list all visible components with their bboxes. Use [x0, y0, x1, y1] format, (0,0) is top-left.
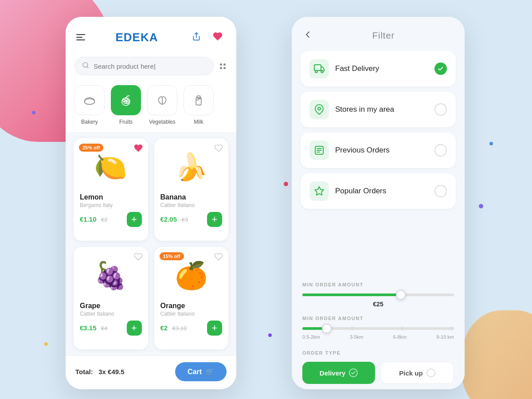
distance-section: MIN ORDER AMOUNT 0.5-2km 3-5km 6-8km 9-1… — [292, 311, 465, 344]
dot-decoration — [284, 182, 288, 186]
product-card-banana: 🍌 Banana Cattier Italiano €2.05 €3 + — [154, 138, 229, 241]
svg-rect-12 — [197, 96, 200, 98]
left-header: EDEKA — [66, 17, 236, 52]
vegetables-label: Vegetables — [149, 119, 175, 125]
favorite-btn-grape[interactable] — [134, 252, 143, 263]
min-order-slider-thumb[interactable] — [396, 290, 406, 300]
product-card-grape: 🍇 Grape Cattier Italiano €3.15 €4 + — [74, 247, 148, 349]
menu-button[interactable] — [76, 34, 85, 40]
price-current-orange: €2 — [160, 324, 168, 332]
add-to-cart-grape[interactable]: + — [127, 321, 142, 336]
distance-label-3: 9-10 km — [436, 334, 454, 340]
distance-tick-2 — [401, 327, 404, 330]
cart-button[interactable]: Cart 🛒 — [175, 362, 227, 381]
distance-label-1: 3-5km — [350, 334, 364, 340]
filter-title: Filter — [313, 31, 454, 41]
price-current-lemon: €1.10 — [80, 215, 97, 223]
wishlist-button[interactable] — [210, 29, 226, 45]
pickup-radio-icon — [426, 368, 435, 377]
filter-option-popular[interactable]: Popular Orders — [301, 173, 456, 209]
milk-label: Milk — [194, 119, 203, 125]
cart-icon: 🛒 — [205, 368, 214, 376]
dot-decoration — [479, 204, 483, 208]
pickup-button[interactable]: Pick up — [380, 362, 454, 384]
category-milk[interactable]: Milk — [184, 85, 214, 125]
favorite-btn-banana[interactable] — [214, 144, 223, 155]
price-section-grape: €3.15 €4 — [80, 324, 107, 332]
order-type-section: ORDER TYPE Delivery Pick up — [292, 344, 465, 389]
favorite-btn-lemon[interactable] — [134, 144, 143, 155]
header-icons — [188, 29, 226, 45]
share-button[interactable] — [188, 29, 204, 45]
search-container — [66, 52, 236, 82]
filter-options-list: Fast Delivery Stores in my area — [292, 51, 465, 275]
filter-option-fast-delivery[interactable]: Fast Delivery — [301, 51, 456, 86]
price-current-banana: €2.05 — [160, 215, 177, 223]
cart-label: Cart — [188, 368, 202, 376]
search-icon — [82, 62, 89, 70]
category-vegetables[interactable]: Vegetables — [147, 85, 177, 125]
svg-point-9 — [126, 102, 129, 104]
cart-bar: Total: 3x €49.5 Cart 🛒 — [66, 356, 236, 389]
svg-marker-21 — [315, 187, 324, 195]
product-name-banana: Banana — [160, 193, 223, 201]
svg-point-14 — [315, 70, 317, 73]
popular-orders-icon — [309, 181, 329, 201]
dot-decoration — [44, 342, 48, 346]
filter-option-previous[interactable]: Previous Orders — [301, 133, 456, 168]
svg-point-3 — [84, 99, 94, 105]
add-to-cart-lemon[interactable]: + — [127, 212, 142, 227]
category-fruits[interactable]: Fruits — [111, 85, 141, 125]
min-order-value: €25 — [302, 301, 454, 308]
back-button[interactable] — [302, 29, 313, 42]
previous-orders-checkbox[interactable] — [434, 144, 447, 156]
fruits-icon-box — [111, 85, 141, 115]
dot-decoration — [268, 333, 272, 337]
delivery-check-icon — [349, 368, 358, 377]
product-price-row-banana: €2.05 €3 + — [160, 212, 223, 227]
svg-point-16 — [318, 107, 321, 110]
product-origin-grape: Cattier Italiano — [80, 311, 142, 317]
price-section-banana: €2.05 €3 — [160, 215, 188, 223]
add-to-cart-banana[interactable]: + — [207, 212, 222, 227]
svg-line-2 — [87, 66, 88, 68]
previous-orders-icon — [309, 141, 329, 160]
categories-row: Bakery Fruits — [66, 82, 236, 132]
search-bar[interactable] — [74, 57, 214, 75]
stores-icon — [309, 100, 329, 119]
distance-label: MIN ORDER AMOUNT — [302, 316, 454, 321]
delivery-button[interactable]: Delivery — [302, 362, 375, 384]
favorite-btn-orange[interactable] — [214, 252, 223, 263]
popular-orders-checkbox[interactable] — [434, 185, 447, 197]
fast-delivery-label: Fast Delivery — [335, 64, 428, 73]
product-price-row-lemon: €1.10 €2 + — [80, 212, 142, 227]
min-order-slider-fill — [302, 293, 401, 296]
dot-decoration — [489, 142, 493, 145]
filter-option-stores[interactable]: Stores in my area — [301, 92, 456, 127]
filter-options-button[interactable] — [218, 62, 227, 71]
svg-rect-13 — [314, 65, 321, 70]
cart-amount: €49.5 — [108, 368, 125, 376]
stores-checkbox[interactable] — [434, 103, 447, 116]
distance-slider-thumb[interactable] — [322, 324, 332, 333]
fast-delivery-checkbox[interactable] — [434, 63, 447, 75]
price-old-orange: €3.10 — [172, 325, 187, 332]
min-order-slider-track[interactable] — [302, 293, 454, 296]
price-section-lemon: €1.10 €2 — [80, 215, 107, 223]
price-old-grape: €4 — [101, 325, 107, 332]
product-card-lemon: 25% off 🍋 Lemon Bergamo Italy €1.10 €2 + — [74, 138, 148, 241]
bakery-icon-box — [74, 85, 105, 115]
dot-decoration — [32, 111, 35, 114]
product-image-grape: 🍇 — [80, 253, 142, 297]
distance-slider-track[interactable] — [302, 327, 454, 330]
product-origin-lemon: Bergamo Italy — [80, 202, 142, 208]
share-icon — [192, 32, 201, 43]
min-order-section: MIN ORDER AMOUNT €25 — [292, 275, 465, 311]
previous-orders-label: Previous Orders — [335, 146, 428, 155]
product-name-lemon: Lemon — [80, 193, 142, 201]
delivery-label: Delivery — [320, 369, 345, 377]
category-bakery[interactable]: Bakery — [74, 85, 105, 125]
search-input[interactable] — [94, 63, 206, 70]
add-to-cart-orange[interactable]: + — [207, 321, 222, 336]
heart-icon — [213, 31, 223, 43]
